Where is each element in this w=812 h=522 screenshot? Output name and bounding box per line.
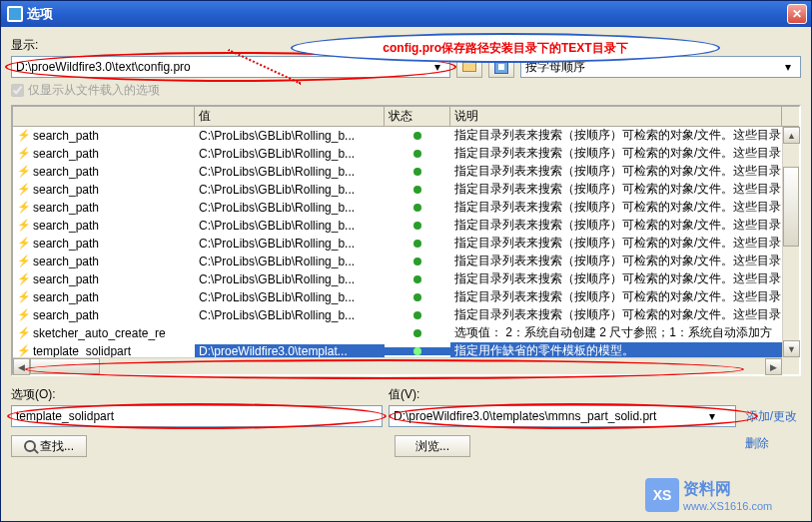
option-name: template_solidpart [33, 344, 131, 358]
grid-row[interactable]: ⚡search_pathC:\ProLibs\GBLib\Rolling_b..… [13, 253, 799, 270]
watermark: XS 资料网 www.XS1616.com [645, 475, 805, 515]
column-status[interactable]: 状态 [385, 107, 450, 126]
lightning-icon: ⚡ [17, 201, 31, 214]
status-dot-icon [413, 293, 421, 301]
lightning-icon: ⚡ [17, 147, 31, 160]
grid-row[interactable]: ⚡search_pathC:\ProLibs\GBLib\Rolling_b..… [13, 306, 799, 324]
lightning-icon: ⚡ [17, 272, 31, 285]
option-name: search_path [33, 290, 99, 304]
option-name: search_path [33, 237, 99, 251]
lightning-icon: ⚡ [17, 129, 31, 142]
cell-name: ⚡search_path [13, 219, 195, 233]
grid-row[interactable]: ⚡search_pathC:\ProLibs\GBLib\Rolling_b..… [13, 235, 799, 253]
cell-description: 指定目录列表来搜索（按顺序）可检索的对象/文件。这些目录 [450, 306, 799, 323]
grid-body: ⚡search_pathC:\ProLibs\GBLib\Rolling_b..… [13, 127, 799, 360]
lightning-icon: ⚡ [17, 326, 31, 339]
cell-name: ⚡search_path [13, 255, 195, 268]
window-title: 选项 [27, 5, 787, 23]
options-dialog: 选项 ✕ config.pro保存路径安装目录下的TEXT目录下 显示: D:\… [0, 0, 812, 522]
status-dot-icon [413, 150, 421, 158]
cell-description: 指定目录列表来搜索（按顺序）可检索的对象/文件。这些目录 [450, 181, 799, 198]
titlebar: 选项 ✕ [1, 1, 811, 27]
cell-value: D:\proeWildfire3.0\templat... [195, 344, 385, 358]
option-name: search_path [33, 272, 99, 286]
option-name: search_path [33, 147, 99, 161]
close-button[interactable]: ✕ [787, 4, 807, 24]
scroll-up-arrow[interactable]: ▲ [783, 127, 800, 144]
delete-link[interactable]: 删除 [741, 435, 801, 457]
watermark-logo: XS [645, 478, 679, 512]
cell-description: 指定目录列表来搜索（按顺序）可检索的对象/文件。这些目录 [450, 145, 799, 162]
cell-status [385, 168, 450, 176]
status-dot-icon [413, 329, 421, 337]
browse-button[interactable]: 浏览... [395, 435, 470, 457]
add-change-link[interactable]: 添加/更改 [742, 408, 801, 425]
cell-status [385, 240, 450, 248]
option-label: 选项(O): [11, 386, 389, 403]
cell-description: 指定目录列表来搜索（按顺序）可检索的对象/文件。这些目录 [450, 253, 799, 269]
value-label: 值(V): [389, 386, 419, 403]
status-dot-icon [413, 258, 421, 265]
grid-header: 值 状态 说明 [13, 107, 799, 127]
cell-name: ⚡search_path [13, 165, 195, 179]
status-dot-icon [413, 168, 421, 176]
scroll-left-arrow[interactable]: ◀ [13, 358, 30, 375]
cell-name: ⚡search_path [13, 183, 195, 197]
grid-row[interactable]: ⚡search_pathC:\ProLibs\GBLib\Rolling_b..… [13, 199, 799, 217]
option-name: search_path [33, 255, 99, 268]
column-name[interactable] [13, 107, 195, 126]
status-dot-icon [413, 204, 421, 212]
grid-row[interactable]: ⚡search_pathC:\ProLibs\GBLib\Rolling_b..… [13, 127, 799, 145]
app-icon [7, 6, 23, 22]
status-dot-icon [413, 240, 421, 248]
option-name: search_path [33, 201, 99, 215]
cell-name: ⚡search_path [13, 129, 195, 143]
vertical-scrollbar[interactable]: ▲ ▼ [782, 127, 799, 357]
lightning-icon: ⚡ [17, 237, 31, 250]
grid-row[interactable]: ⚡search_pathC:\ProLibs\GBLib\Rolling_b..… [13, 270, 799, 288]
cell-status [385, 311, 450, 319]
status-dot-icon [413, 186, 421, 194]
cell-status [385, 204, 450, 212]
watermark-title: 资料网 [683, 479, 772, 500]
cell-value: C:\ProLibs\GBLib\Rolling_b... [195, 219, 385, 233]
scroll-down-arrow[interactable]: ▼ [783, 340, 800, 357]
grid-row[interactable]: ⚡search_pathC:\ProLibs\GBLib\Rolling_b..… [13, 288, 799, 306]
grid-row[interactable]: ⚡search_pathC:\ProLibs\GBLib\Rolling_b..… [13, 217, 799, 235]
option-name: search_path [33, 183, 99, 197]
scrollbar-thumb[interactable] [783, 167, 799, 247]
hscrollbar-thumb[interactable] [30, 358, 100, 374]
value-dropdown[interactable]: D:\proeWildfire3.0\templates\mmns_part_s… [389, 405, 736, 427]
cell-description: 指定目录列表来搜索（按顺序）可检索的对象/文件。这些目录 [450, 163, 799, 180]
cell-name: ⚡search_path [13, 201, 195, 215]
options-grid: 值 状态 说明 ⚡search_pathC:\ProLibs\GBLib\Rol… [11, 105, 801, 376]
cell-description: 指定目录列表来搜索（按顺序）可检索的对象/文件。这些目录 [450, 199, 799, 216]
cell-name: ⚡search_path [13, 272, 195, 286]
cell-name: ⚡search_path [13, 147, 195, 161]
option-input[interactable] [11, 405, 383, 427]
cell-status [385, 275, 450, 283]
cell-name: ⚡sketcher_auto_create_re [13, 326, 195, 340]
scroll-right-arrow[interactable]: ▶ [765, 358, 782, 375]
find-button[interactable]: 查找... [11, 435, 87, 457]
dropdown-arrow-icon: ▾ [709, 409, 715, 423]
cell-status [385, 347, 450, 355]
option-name: search_path [33, 165, 99, 179]
cell-status [385, 329, 450, 337]
cell-name: ⚡search_path [13, 290, 195, 304]
folder-open-icon [462, 62, 476, 72]
grid-row[interactable]: ⚡search_pathC:\ProLibs\GBLib\Rolling_b..… [13, 181, 799, 199]
grid-row[interactable]: ⚡search_pathC:\ProLibs\GBLib\Rolling_b..… [13, 163, 799, 181]
option-name: sketcher_auto_create_re [33, 326, 166, 340]
cell-value: C:\ProLibs\GBLib\Rolling_b... [195, 308, 385, 322]
column-description[interactable]: 说明 [450, 107, 782, 126]
column-value[interactable]: 值 [195, 107, 385, 126]
grid-row[interactable]: ⚡search_pathC:\ProLibs\GBLib\Rolling_b..… [13, 145, 799, 163]
cell-description: 指定目录列表来搜索（按顺序）可检索的对象/文件。这些目录 [450, 270, 799, 287]
horizontal-scrollbar[interactable]: ◀ ▶ [13, 357, 782, 374]
show-file-only-checkbox[interactable] [11, 84, 24, 97]
lightning-icon: ⚡ [17, 165, 31, 178]
dropdown-arrow-icon: ▾ [780, 60, 796, 74]
cell-description: 指定目录列表来搜索（按顺序）可检索的对象/文件。这些目录 [450, 288, 799, 305]
grid-row[interactable]: ⚡sketcher_auto_create_re选项值： 2：系统自动创建 2 … [13, 324, 799, 342]
